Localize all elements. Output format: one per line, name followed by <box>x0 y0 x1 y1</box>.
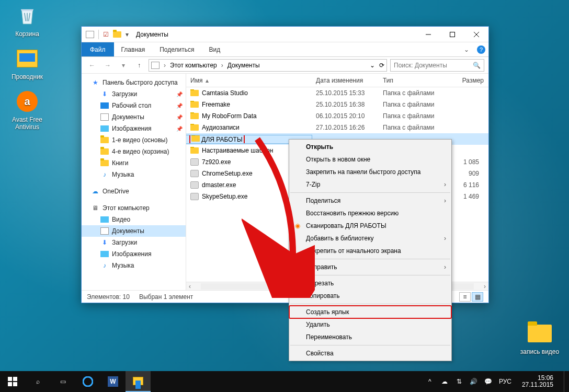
ctx-rename[interactable]: Переименовать <box>289 331 451 343</box>
file-type: Папка с файлами <box>379 101 446 108</box>
taskbar[interactable]: ⌕ ▭ W ^ ☁ ⇅ 🔊 💬 РУС 15:06 27.11.2015 <box>0 371 569 392</box>
tree-thispc[interactable]: 🖥Этот компьютер <box>82 202 186 214</box>
ctx-unpin-start[interactable]: Открепить от начального экрана <box>289 245 451 257</box>
tree-downloads[interactable]: ⬇Загрузки📌 <box>82 88 186 100</box>
file-row[interactable]: Camtasia Studio25.10.2015 15:33Папка с ф… <box>186 87 488 99</box>
desktop-icon-avast[interactable]: a Avast Free Antivirus <box>7 89 47 131</box>
qat-newfolder-icon[interactable] <box>113 31 121 38</box>
taskbar-edge[interactable] <box>75 371 100 392</box>
tree-desktop[interactable]: Рабочий стол📌 <box>82 100 186 111</box>
svg-rect-4 <box>8 377 12 381</box>
close-button[interactable] <box>464 27 488 42</box>
ctx-copy[interactable]: Копировать <box>289 290 451 302</box>
breadcrumb-current[interactable]: Документы <box>227 62 260 69</box>
tree-music-pc[interactable]: ♪Музыка <box>82 260 186 271</box>
tab-share[interactable]: Поделиться <box>152 42 201 56</box>
titlebar[interactable]: ☑ ▾ Документы <box>82 27 488 42</box>
search-icon[interactable]: 🔍 <box>473 62 481 69</box>
task-view-button[interactable]: ▭ <box>50 371 75 392</box>
tree-music[interactable]: ♪Музыка <box>82 169 186 180</box>
show-desktop-button[interactable] <box>564 371 567 392</box>
tray-action-center-icon[interactable]: 💬 <box>484 377 493 386</box>
col-date[interactable]: Дата изменения <box>312 74 379 87</box>
minimize-button[interactable] <box>416 27 440 42</box>
nav-tree[interactable]: ★Панель быстрого доступа ⬇Загрузки📌 Рабо… <box>82 74 186 290</box>
nav-up-button[interactable]: ↑ <box>133 59 145 72</box>
col-name[interactable]: Имя▴ <box>186 74 312 87</box>
breadcrumb[interactable]: Этот компьютер Документы ⌄⟳ <box>149 59 387 72</box>
tree-documents-pc[interactable]: Документы <box>82 225 186 237</box>
tray-network-icon[interactable]: ⇅ <box>455 377 463 386</box>
file-type: Папка с файлами <box>379 124 446 131</box>
tree-quick-access[interactable]: ★Панель быстрого доступа <box>82 77 186 88</box>
ctx-open-new-window[interactable]: Открыть в новом окне <box>289 153 451 166</box>
tray-onedrive-icon[interactable]: ☁ <box>440 377 449 386</box>
tree-pictures-pc[interactable]: Изображения <box>82 248 186 260</box>
tree-folder-vid4[interactable]: 4-е видео (корзина) <box>82 146 186 157</box>
tree-folder-books[interactable]: Книги <box>82 157 186 169</box>
nav-recent-dropdown[interactable]: ▾ <box>117 59 130 72</box>
tab-home[interactable]: Главная <box>114 42 153 56</box>
breadcrumb-root[interactable]: Этот компьютер <box>170 62 217 69</box>
qat-properties-icon[interactable]: ☑ <box>103 31 109 38</box>
file-row[interactable]: My RoboForm Data06.10.2015 20:10Папка с … <box>186 110 488 122</box>
nav-forward-button[interactable]: → <box>101 59 114 72</box>
ctx-7zip[interactable]: 7-Zip› <box>289 178 451 191</box>
tab-file[interactable]: Файл <box>82 42 114 56</box>
help-button[interactable]: ? <box>474 42 488 56</box>
system-tray[interactable]: ^ ☁ ⇅ 🔊 💬 РУС 15:06 27.11.2015 <box>424 371 569 392</box>
ctx-pin-quick-access[interactable]: Закрепить на панели быстрого доступа <box>289 166 451 178</box>
taskbar-word[interactable]: W <box>100 371 126 392</box>
col-type[interactable]: Тип <box>379 74 446 87</box>
search-input[interactable]: Поиск: Документы 🔍 <box>390 59 484 72</box>
cloud-icon: ☁ <box>91 187 99 195</box>
ctx-restore-previous[interactable]: Восстановить прежнюю версию <box>289 207 451 220</box>
taskbar-explorer[interactable] <box>126 371 151 392</box>
column-headers[interactable]: Имя▴ Дата изменения Тип Размер <box>186 74 488 87</box>
music-icon: ♪ <box>100 261 109 270</box>
breadcrumb-history-icon[interactable]: ⌄ <box>370 62 375 69</box>
taskbar-clock[interactable]: 15:06 27.11.2015 <box>518 375 557 388</box>
view-icons-button[interactable]: ▦ <box>472 292 483 302</box>
chevron-right-icon: › <box>444 235 446 242</box>
tree-onedrive[interactable]: ☁OneDrive <box>82 186 186 197</box>
file-row[interactable]: Freemake25.10.2015 16:38Папка с файлами <box>186 99 488 110</box>
desktop-icon-explorer[interactable]: Проводник <box>7 46 47 80</box>
tree-folder-vid1[interactable]: 1-е видео (основы) <box>82 134 186 146</box>
ctx-open[interactable]: Открыть <box>289 141 451 153</box>
ctx-delete[interactable]: Удалить <box>289 318 451 331</box>
file-type: Папка с файлами <box>379 89 446 97</box>
ctx-send-to[interactable]: Отправить› <box>289 261 451 273</box>
refresh-icon[interactable]: ⟳ <box>379 62 384 69</box>
tree-documents[interactable]: Документы📌 <box>82 111 186 123</box>
desktop-icon-video-folder[interactable]: запись видео <box>520 321 560 355</box>
file-row[interactable]: Аудиозаписи27.10.2015 16:26Папка с файла… <box>186 122 488 133</box>
tree-pictures[interactable]: Изображения📌 <box>82 123 186 134</box>
ctx-create-shortcut[interactable]: Создать ярлык <box>289 306 451 318</box>
ribbon-expand-icon[interactable]: ⌄ <box>459 42 474 56</box>
ctx-share[interactable]: Поделиться› <box>289 194 451 207</box>
desktop-icon-label: Avast Free Antivirus <box>7 116 47 131</box>
col-size[interactable]: Размер <box>446 74 488 87</box>
qat-dropdown-icon[interactable]: ▾ <box>126 31 129 38</box>
tray-volume-icon[interactable]: 🔊 <box>470 377 478 386</box>
ctx-add-to-library[interactable]: Добавить в библиотеку› <box>289 232 451 245</box>
file-date: 06.10.2015 20:10 <box>312 112 379 120</box>
chevron-right-icon: › <box>444 181 446 188</box>
edge-icon <box>83 376 93 387</box>
tray-overflow-icon[interactable]: ^ <box>426 377 434 386</box>
tree-video[interactable]: Видео <box>82 214 186 225</box>
nav-back-button[interactable]: ← <box>86 59 98 72</box>
tray-language[interactable]: РУС <box>499 378 511 385</box>
ctx-properties[interactable]: Свойства <box>289 347 451 360</box>
maximize-button[interactable] <box>440 27 464 42</box>
view-details-button[interactable]: ≡ <box>459 292 471 302</box>
desktop-icon-recycle-bin[interactable]: Корзина <box>7 3 47 38</box>
tree-downloads-pc[interactable]: ⬇Загрузки <box>82 237 186 248</box>
ctx-cut[interactable]: Вырезать <box>289 277 451 290</box>
taskbar-search-button[interactable]: ⌕ <box>25 371 50 392</box>
ctx-scan-avast[interactable]: ◉Сканировать ДЛЯ РАБОТЫ <box>289 220 451 232</box>
start-button[interactable] <box>0 371 25 392</box>
tab-view[interactable]: Вид <box>201 42 227 56</box>
file-size: 909 <box>446 170 488 177</box>
